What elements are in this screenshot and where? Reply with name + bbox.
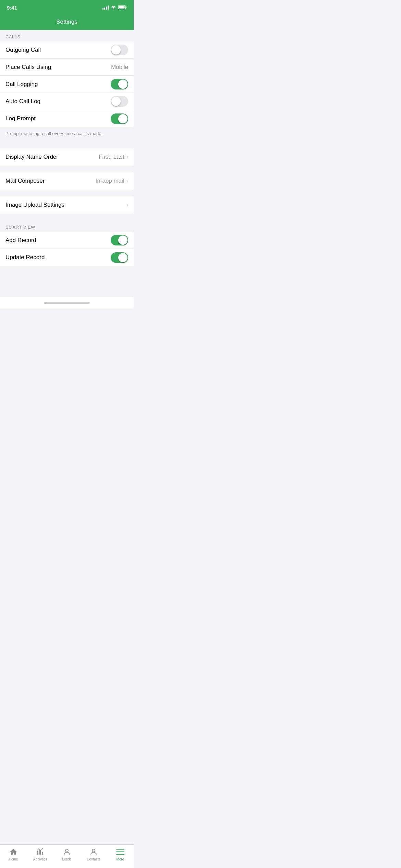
separator-3 [0,190,134,196]
svg-rect-1 [119,6,125,8]
smart-view-section-label: SMART VIEW [0,220,134,232]
display-name-order-value: First, Last › [99,154,128,160]
settings-content: CALLS Outgoing Call Place Calls Using Mo… [0,30,134,297]
image-upload-row[interactable]: Image Upload Settings › [0,196,134,214]
svg-rect-2 [126,7,127,8]
auto-call-log-label: Auto Call Log [5,98,40,105]
status-bar: 9:41 [0,0,134,15]
place-calls-using-value: Mobile [111,64,128,71]
log-prompt-row: Log Prompt [0,110,134,127]
page-title: Settings [56,19,77,25]
log-prompt-toggle-thumb [118,114,127,123]
separator-2 [0,166,134,172]
auto-call-log-row: Auto Call Log [0,93,134,110]
update-record-toggle-thumb [118,253,127,262]
log-prompt-toggle[interactable] [111,113,128,124]
wifi-icon [111,5,116,10]
log-prompt-label: Log Prompt [5,115,36,122]
place-calls-using-row[interactable]: Place Calls Using Mobile [0,59,134,76]
status-time: 9:41 [7,5,17,11]
image-upload-label: Image Upload Settings [5,202,64,208]
add-record-label: Add Record [5,237,36,244]
status-icons [102,5,127,10]
image-upload-chevron-icon: › [126,202,128,208]
mail-composer-chevron: › [126,178,128,184]
outgoing-call-row: Outgoing Call [0,41,134,59]
mail-composer-group: Mail Composer In-app mail › [0,172,134,190]
auto-call-log-toggle-thumb [111,97,121,106]
image-upload-chevron: › [126,202,128,208]
calls-settings-group: Outgoing Call Place Calls Using Mobile C… [0,41,134,127]
add-record-toggle[interactable] [111,235,128,245]
display-name-order-label: Display Name Order [5,154,58,160]
calls-section-label: CALLS [0,30,134,41]
separator-1 [0,142,134,148]
home-bar [0,297,134,309]
home-bar-line [44,302,90,304]
signal-icon [102,5,109,10]
update-record-label: Update Record [5,254,45,261]
smart-view-group: Add Record Update Record [0,232,134,266]
outgoing-call-label: Outgoing Call [5,47,41,53]
image-upload-group: Image Upload Settings › [0,196,134,214]
update-record-row: Update Record [0,249,134,266]
display-name-group: Display Name Order First, Last › [0,148,134,166]
display-name-order-row[interactable]: Display Name Order First, Last › [0,148,134,166]
call-logging-toggle-thumb [118,80,127,89]
call-logging-row: Call Logging [0,76,134,93]
place-calls-using-label: Place Calls Using [5,64,51,71]
display-name-order-chevron: › [126,154,128,160]
call-logging-label: Call Logging [5,81,38,88]
call-logging-toggle[interactable] [111,79,128,89]
nav-header: Settings [0,15,134,30]
auto-call-log-toggle[interactable] [111,96,128,107]
battery-icon [118,5,127,10]
separator-4 [0,214,134,220]
mail-composer-label: Mail Composer [5,178,45,184]
outgoing-call-toggle-thumb [111,45,121,55]
update-record-toggle[interactable] [111,252,128,263]
add-record-row: Add Record [0,232,134,249]
mail-composer-row[interactable]: Mail Composer In-app mail › [0,172,134,190]
outgoing-call-toggle[interactable] [111,45,128,55]
add-record-toggle-thumb [118,236,127,245]
log-prompt-description: Prompt me to log a call every time a cal… [0,127,134,142]
mail-composer-value: In-app mail › [96,178,128,184]
